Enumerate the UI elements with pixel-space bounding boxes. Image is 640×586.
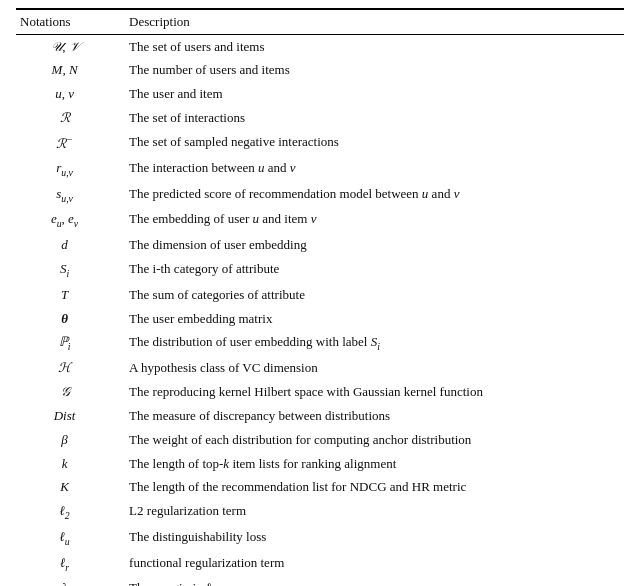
description-cell: L2 regularization term (125, 500, 624, 526)
table-row: ℙiThe distribution of user embedding wit… (16, 331, 624, 357)
table-row: ℓuThe distinguishability loss (16, 525, 624, 551)
table-row: DistThe measure of discrepancy between d… (16, 404, 624, 428)
notation-cell: ℋ (16, 357, 125, 381)
table-row: dThe dimension of user embedding (16, 234, 624, 258)
description-cell: The sum of categories of attribute (125, 283, 624, 307)
notation-cell: β (16, 428, 125, 452)
table-container: Notations Description 𝒰, 𝒱The set of use… (0, 0, 640, 586)
notation-cell: 𝒢 (16, 381, 125, 405)
description-cell: The reproducing kernel Hilbert space wit… (125, 381, 624, 405)
description-cell: The weight of each distribution for comp… (125, 428, 624, 452)
table-row: u, vThe user and item (16, 83, 624, 107)
description-cell: The length of top-k item lists for ranki… (125, 452, 624, 476)
header-description: Description (125, 9, 624, 35)
description-cell: The distribution of user embedding with … (125, 331, 624, 357)
table-row: ℓrfunctional regularization term (16, 551, 624, 577)
description-cell: The set of sampled negative interactions (125, 130, 624, 156)
description-cell: The interaction between u and v (125, 157, 624, 183)
description-cell: The measure of discrepancy between distr… (125, 404, 624, 428)
notation-cell: u, v (16, 83, 125, 107)
description-cell: The distinguishability loss (125, 525, 624, 551)
notation-cell: ℙi (16, 331, 125, 357)
table-row: 𝒰, 𝒱The set of users and items (16, 35, 624, 59)
notation-cell: θ (16, 307, 125, 331)
notation-cell: M, N (16, 59, 125, 83)
header-notations: Notations (16, 9, 125, 35)
notation-cell: ℓ2 (16, 500, 125, 526)
notation-cell: ℛ (16, 107, 125, 131)
notation-cell: ℓu (16, 525, 125, 551)
table-row: M, NThe number of users and items (16, 59, 624, 83)
table-row: ℓ2L2 regularization term (16, 500, 624, 526)
notation-cell: ℛ− (16, 130, 125, 156)
table-row: ℛThe set of interactions (16, 107, 624, 131)
description-cell: The set of users and items (125, 35, 624, 59)
description-cell: The embedding of user u and item v (125, 208, 624, 234)
notation-cell: λ (16, 577, 125, 586)
notation-cell: ℓr (16, 551, 125, 577)
table-row: 𝒢The reproducing kernel Hilbert space wi… (16, 381, 624, 405)
table-row: su,vThe predicted score of recommendatio… (16, 182, 624, 208)
description-cell: The i-th category of attribute (125, 258, 624, 284)
table-row: βThe weight of each distribution for com… (16, 428, 624, 452)
notation-cell: K (16, 476, 125, 500)
table-row: θThe user embedding matrix (16, 307, 624, 331)
notation-cell: eu, ev (16, 208, 125, 234)
table-row: SiThe i-th category of attribute (16, 258, 624, 284)
notation-cell: ru,v (16, 157, 125, 183)
table-row: ℋA hypothesis class of VC dimension (16, 357, 624, 381)
table-header-row: Notations Description (16, 9, 624, 35)
notation-cell: Si (16, 258, 125, 284)
notation-cell: su,v (16, 182, 125, 208)
description-cell: The user and item (125, 83, 624, 107)
description-cell: The margin in ℓr (125, 577, 624, 586)
table-row: kThe length of top-k item lists for rank… (16, 452, 624, 476)
description-cell: The length of the recommendation list fo… (125, 476, 624, 500)
notation-table: Notations Description 𝒰, 𝒱The set of use… (16, 8, 624, 586)
notation-cell: d (16, 234, 125, 258)
notation-cell: 𝒰, 𝒱 (16, 35, 125, 59)
description-cell: The predicted score of recommendation mo… (125, 182, 624, 208)
description-cell: The set of interactions (125, 107, 624, 131)
table-row: ru,vThe interaction between u and v (16, 157, 624, 183)
notation-cell: k (16, 452, 125, 476)
table-row: KThe length of the recommendation list f… (16, 476, 624, 500)
description-cell: functional regularization term (125, 551, 624, 577)
table-row: ℛ−The set of sampled negative interactio… (16, 130, 624, 156)
description-cell: The number of users and items (125, 59, 624, 83)
notation-cell: T (16, 283, 125, 307)
description-cell: A hypothesis class of VC dimension (125, 357, 624, 381)
description-cell: The dimension of user embedding (125, 234, 624, 258)
table-row: eu, evThe embedding of user u and item v (16, 208, 624, 234)
table-row: λThe margin in ℓr (16, 577, 624, 586)
notation-cell: Dist (16, 404, 125, 428)
table-row: TThe sum of categories of attribute (16, 283, 624, 307)
description-cell: The user embedding matrix (125, 307, 624, 331)
